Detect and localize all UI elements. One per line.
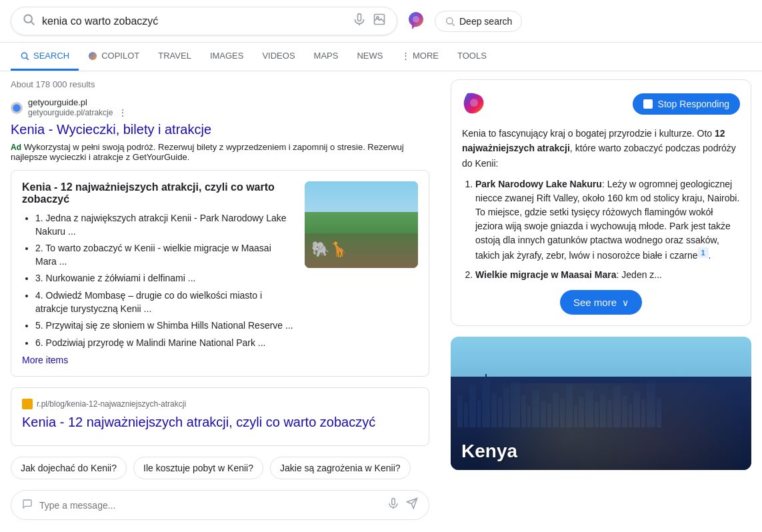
question-btn-3[interactable]: Jakie są zagrożenia w Kenii? bbox=[270, 457, 411, 479]
nav-tabs: SEARCH COPILOT TRAVEL IMAGES VIDEOS MAPS… bbox=[0, 43, 762, 71]
search-box: kenia co warto zobaczyć bbox=[11, 7, 397, 35]
mic-button[interactable] bbox=[387, 497, 399, 513]
copilot-header: Stop Responding bbox=[462, 91, 740, 117]
send-button[interactable] bbox=[406, 497, 418, 513]
favicon-square bbox=[22, 399, 33, 409]
see-more-label: See more bbox=[573, 297, 617, 308]
tab-travel-label: TRAVEL bbox=[158, 51, 191, 61]
copilot-list: Park Narodowy Lake Nakuru: Leży w ogromn… bbox=[462, 177, 740, 282]
tab-tools-label: TOOLS bbox=[457, 51, 487, 61]
stop-responding-button[interactable]: Stop Responding bbox=[633, 93, 740, 115]
left-column: About 178 000 results getyourguide.pl ge… bbox=[0, 71, 440, 528]
ad-result-title[interactable]: Kenia - Wycieczki, bilety i atrakcje bbox=[11, 121, 429, 138]
copilot-logo-panel bbox=[462, 91, 486, 117]
deep-search-label: Deep search bbox=[459, 16, 512, 27]
search-input[interactable]: kenia co warto zobaczyć bbox=[42, 15, 346, 27]
item-2-desc: : Jeden z... bbox=[617, 269, 662, 280]
tab-more-label: ⋮ MORE bbox=[401, 51, 439, 61]
message-input[interactable] bbox=[39, 500, 381, 511]
three-dot-menu[interactable]: ⋮ bbox=[118, 107, 127, 118]
related-questions: Jak dojechać do Kenii? Ile kosztuje poby… bbox=[11, 457, 429, 479]
results-count: About 178 000 results bbox=[11, 79, 429, 89]
kenya-image: Kenya bbox=[451, 337, 751, 470]
animals-decoration: 🐘🦒 bbox=[311, 241, 347, 258]
copilot-response-text: Kenia to fascynujący kraj o bogatej przy… bbox=[462, 126, 740, 282]
item-1-title: Park Narodowy Lake Nakuru bbox=[475, 179, 602, 189]
question-btn-2[interactable]: Ile kosztuje pobyt w Kenii? bbox=[133, 457, 263, 479]
svg-point-5 bbox=[447, 17, 453, 23]
list-item: 5. Przywitaj się ze słoniem w Shimba Hil… bbox=[35, 319, 294, 333]
second-result-site: r.pl/blog/kenia-12-najwazniejszych-atrak… bbox=[22, 399, 418, 409]
tab-images[interactable]: IMAGES bbox=[201, 43, 253, 71]
kenya-image-label: Kenya bbox=[461, 441, 517, 462]
svg-point-4 bbox=[413, 16, 419, 23]
stop-responding-label: Stop Responding bbox=[658, 99, 729, 109]
copilot-logo-top bbox=[405, 11, 427, 32]
snippet-image-inner: 🐘🦒 bbox=[305, 181, 418, 268]
second-result: r.pl/blog/kenia-12-najwazniejszych-atrak… bbox=[11, 387, 429, 446]
list-item: 4. Odwiedź Mombasę – drugie co do wielko… bbox=[35, 289, 294, 315]
snippet-list: 1. Jedna z największych atrakcji Kenii -… bbox=[22, 212, 294, 349]
svg-point-9 bbox=[89, 51, 97, 59]
tab-copilot[interactable]: COPILOT bbox=[79, 43, 149, 71]
second-result-title[interactable]: Kenia - 12 najważniejszych atrakcji, czy… bbox=[22, 413, 418, 431]
list-item: 6. Podziwiaj przyrodę w Malindi Marine N… bbox=[35, 337, 294, 350]
tab-tools[interactable]: TOOLS bbox=[448, 43, 496, 71]
snippet-text: Kenia - 12 najważniejszych atrakcji, czy… bbox=[22, 181, 294, 365]
copilot-intro: Kenia to fascynujący kraj o bogatej przy… bbox=[462, 128, 712, 139]
svg-point-13 bbox=[470, 99, 478, 107]
tab-news[interactable]: NEWS bbox=[347, 43, 392, 71]
message-input-wrap bbox=[11, 490, 429, 520]
site-favicon bbox=[11, 102, 23, 114]
svg-point-10 bbox=[13, 104, 21, 112]
message-icon bbox=[22, 499, 33, 512]
ad-desc-text: Wykorzystaj w pełni swoją podróż. Rezerw… bbox=[11, 142, 404, 162]
chevron-down-icon: ∨ bbox=[622, 297, 629, 308]
item-2-title: Wielkie migracje w Maasai Mara bbox=[475, 269, 617, 280]
question-btn-1[interactable]: Jak dojechać do Kenii? bbox=[11, 457, 127, 479]
main-layout: About 178 000 results getyourguide.pl ge… bbox=[0, 71, 762, 528]
site-info: getyourguide.pl getyourguide.pl/atrakcje… bbox=[11, 97, 429, 118]
snippet-image: 🐘🦒 bbox=[305, 181, 418, 268]
svg-line-8 bbox=[27, 57, 29, 59]
tab-maps-label: MAPS bbox=[314, 51, 339, 61]
tab-videos[interactable]: VIDEOS bbox=[253, 43, 304, 71]
svg-line-6 bbox=[452, 23, 455, 26]
list-item: 3. Nurkowanie z żółwiami i delfinami ... bbox=[35, 272, 294, 285]
snippet-content: Kenia - 12 najważniejszych atrakcji, czy… bbox=[22, 181, 418, 365]
svg-line-1 bbox=[31, 22, 35, 25]
site-domain: getyourguide.pl bbox=[28, 97, 127, 107]
copilot-list-item-1: Park Narodowy Lake Nakuru: Leży w ogromn… bbox=[475, 177, 740, 263]
svg-point-0 bbox=[24, 15, 32, 23]
ad-description: Ad Wykorzystaj w pełni swoją podróż. Rez… bbox=[11, 142, 429, 162]
tab-search-label: SEARCH bbox=[33, 51, 69, 61]
tab-news-label: NEWS bbox=[357, 51, 383, 61]
tab-maps[interactable]: MAPS bbox=[305, 43, 348, 71]
tab-videos-label: VIDEOS bbox=[262, 51, 295, 61]
featured-snippet: Kenia - 12 najważniejszych atrakcji, czy… bbox=[11, 170, 429, 377]
deep-search-button[interactable]: Deep search bbox=[435, 11, 522, 32]
list-item: 2. To warto zobaczyć w Kenii - wielkie m… bbox=[35, 242, 294, 268]
ad-badge: Ad bbox=[11, 143, 21, 152]
voice-search-button[interactable] bbox=[353, 13, 366, 29]
tab-travel[interactable]: TRAVEL bbox=[149, 43, 201, 71]
search-icon bbox=[22, 13, 35, 29]
tab-copilot-label: COPILOT bbox=[101, 51, 139, 61]
list-item: 1. Jedna z największych atrakcji Kenii -… bbox=[35, 212, 294, 238]
lens-search-button[interactable] bbox=[373, 13, 386, 29]
top-bar: kenia co warto zobaczyć bbox=[0, 0, 762, 43]
copilot-panel: Stop Responding Kenia to fascynujący kra… bbox=[451, 79, 751, 326]
tab-images-label: IMAGES bbox=[210, 51, 244, 61]
svg-point-7 bbox=[21, 53, 27, 58]
tab-search[interactable]: SEARCH bbox=[11, 43, 79, 71]
ad-result: getyourguide.pl getyourguide.pl/atrakcje… bbox=[11, 97, 429, 162]
more-items-link[interactable]: More items bbox=[22, 355, 294, 365]
stop-icon bbox=[643, 99, 653, 109]
tab-more[interactable]: ⋮ MORE bbox=[392, 43, 448, 71]
copilot-list-item-2: Wielkie migracje w Maasai Mara: Jeden z.… bbox=[475, 268, 740, 282]
second-result-url: r.pl/blog/kenia-12-najwazniejszych-atrak… bbox=[37, 399, 186, 409]
see-more-button[interactable]: See more ∨ bbox=[560, 290, 642, 315]
right-column: Stop Responding Kenia to fascynujący kra… bbox=[440, 71, 762, 528]
ref-1: 1 bbox=[698, 247, 709, 258]
site-url: getyourguide.pl/atrakcje bbox=[28, 108, 113, 117]
